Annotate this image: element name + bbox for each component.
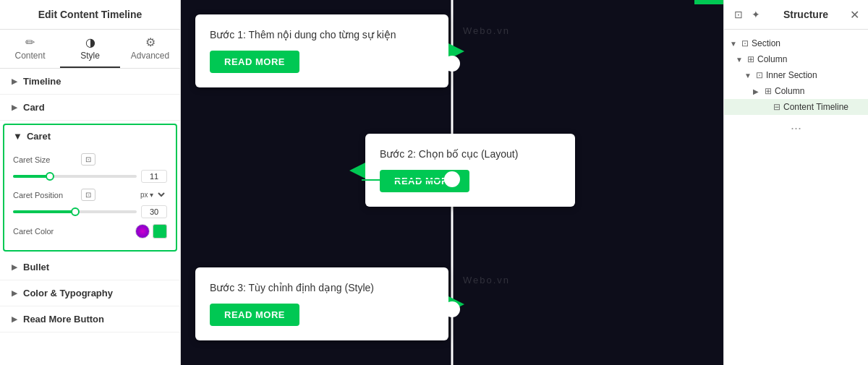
main-canvas: Webo.vn Webo.vn Webo.vn Bước 1: Thêm nội… — [181, 0, 723, 365]
card-3: Bước 3: Tùy chỉnh định dạng (Style) READ… — [195, 267, 448, 340]
caret-arrow: ▼ — [13, 131, 22, 142]
section-tree-arrow: ▼ — [730, 40, 739, 48]
caret-size-input[interactable]: 11 — [141, 170, 167, 183]
caret-position-label: Caret Position — [13, 191, 78, 199]
timeline-node-3 — [444, 301, 460, 317]
card-3-title: Bước 3: Tùy chỉnh định dạng (Style) — [210, 282, 434, 293]
timeline-tree-icon: ⊟ — [773, 102, 780, 112]
timeline-tree-label: Content Timeline — [783, 102, 848, 112]
caret-position-slider-row: 30 — [13, 205, 167, 218]
inner-tree-arrow: ▼ — [744, 72, 753, 80]
panel-content: ▶ Timeline ▶ Card ▼ Caret Caret Size ⊡ — [0, 69, 180, 365]
card-3-read-more-btn[interactable]: READ MORE — [210, 304, 299, 326]
structure-dots: ··· — [724, 115, 868, 142]
caret-position-track[interactable] — [13, 210, 137, 213]
caret-size-label: Caret Size — [13, 155, 78, 164]
card-2-arrow — [349, 163, 365, 179]
card-1-title: Bước 1: Thêm nội dung cho từng sự kiện — [210, 29, 434, 40]
caret-size-track[interactable] — [13, 175, 137, 178]
tree-item-content-timeline[interactable]: ▶ ⊟ Content Timeline — [724, 99, 868, 115]
caret-position-input[interactable]: 30 — [141, 205, 167, 218]
section-tree-label: Section — [752, 38, 780, 48]
watermark-1: Webo.vn — [463, 25, 510, 36]
inner-tree-icon: ⊡ — [756, 70, 763, 80]
tab-content[interactable]: ✏ Content — [0, 30, 60, 68]
content-icon: ✏ — [25, 35, 35, 49]
bullet-label: Bullet — [23, 262, 49, 272]
caret-position-thumb[interactable] — [71, 207, 80, 216]
tab-content-label: Content — [14, 51, 45, 61]
timeline-arrow: ▶ — [12, 77, 17, 85]
panel-tabs: ✏ Content ◑ Style ⚙ Advanced — [0, 30, 180, 69]
caret-size-reset-btn[interactable]: ⊡ — [81, 153, 95, 166]
column2-tree-label: Column — [775, 86, 804, 96]
tree-item-column-1[interactable]: ▼ ⊞ Column — [724, 51, 868, 67]
tab-advanced-label: Advanced — [131, 51, 169, 61]
section-tree-icon: ⊡ — [741, 38, 749, 48]
column2-tree-arrow: ▶ — [753, 87, 762, 95]
bullet-arrow: ▶ — [12, 263, 17, 271]
structure-title: Structure — [767, 9, 844, 20]
section-bullet[interactable]: ▶ Bullet — [0, 254, 180, 280]
card-2: Bước 2: Chọn bố cục (Layout) READ MORE — [365, 134, 575, 207]
caret-size-fill — [13, 175, 50, 178]
tree-item-inner-section[interactable]: ▼ ⊡ Inner Section — [724, 67, 868, 83]
structure-close-btn[interactable]: ✕ — [850, 8, 859, 22]
caret-color-row: Caret Color — [13, 224, 167, 239]
section-color-typography[interactable]: ▶ Color & Typography — [0, 280, 180, 306]
caret-position-row: Caret Position ⊡ px ▾ — [13, 189, 167, 201]
caret-size-slider-row: 11 — [13, 170, 167, 183]
rmb-label: Read More Button — [23, 314, 104, 325]
top-accent — [694, 0, 723, 4]
caret-color-label: Caret Color — [13, 227, 135, 236]
caret-color-swatch[interactable] — [153, 224, 167, 239]
caret-color-globe[interactable] — [135, 224, 150, 239]
color-typography-label: Color & Typography — [23, 288, 113, 299]
advanced-icon: ⚙ — [145, 35, 156, 49]
column1-tree-icon: ⊞ — [747, 54, 754, 64]
right-panel: ⊡ ✦ Structure ✕ ▼ ⊡ Section ▼ ⊞ Column ▼… — [723, 0, 868, 365]
inner-tree-label: Inner Section — [766, 70, 817, 80]
card-2-title: Bước 2: Chọn bố cục (Layout) — [380, 148, 561, 160]
caret-size-thumb[interactable] — [46, 172, 54, 181]
left-panel: Edit Content Timeline ✏ Content ◑ Style … — [0, 0, 181, 365]
column1-tree-label: Column — [757, 54, 787, 64]
section-timeline[interactable]: ▶ Timeline — [0, 69, 180, 95]
tree-item-column-2[interactable]: ▶ ⊞ Column — [724, 83, 868, 99]
tab-advanced[interactable]: ⚙ Advanced — [120, 30, 180, 68]
connector-line-2 — [362, 179, 443, 181]
section-card[interactable]: ▶ Card — [0, 95, 180, 121]
card-label: Card — [23, 102, 45, 113]
card-1: Bước 1: Thêm nội dung cho từng sự kiện R… — [195, 14, 448, 87]
structure-collapse-btn[interactable]: ⊡ — [733, 7, 744, 22]
section-read-more-button[interactable]: ▶ Read More Button — [0, 306, 180, 332]
structure-content: ▼ ⊡ Section ▼ ⊞ Column ▼ ⊡ Inner Section… — [724, 30, 868, 365]
card-1-read-more-btn[interactable]: READ MORE — [210, 51, 299, 73]
tab-style-label: Style — [80, 51, 100, 61]
panel-title: Edit Content Timeline — [0, 0, 180, 30]
structure-header: ⊡ ✦ Structure ✕ — [724, 0, 868, 30]
caret-label: Caret — [27, 131, 51, 142]
caret-header[interactable]: ▼ Caret — [4, 125, 176, 147]
structure-settings-btn[interactable]: ✦ — [750, 7, 762, 22]
tab-style[interactable]: ◑ Style — [60, 30, 120, 68]
caret-position-reset-btn[interactable]: ⊡ — [81, 189, 95, 201]
caret-body: Caret Size ⊡ 11 Caret Position ⊡ — [4, 147, 176, 250]
caret-color-controls — [135, 224, 167, 239]
rmb-arrow: ▶ — [12, 315, 17, 323]
timeline-label: Timeline — [23, 76, 61, 87]
column1-tree-arrow: ▼ — [736, 56, 744, 64]
section-caret: ▼ Caret Caret Size ⊡ 11 Ca — [3, 124, 177, 252]
color-typography-arrow: ▶ — [12, 289, 17, 297]
watermark-3: Webo.vn — [463, 275, 510, 285]
tree-item-section[interactable]: ▼ ⊡ Section — [724, 35, 868, 51]
timeline-node-2 — [444, 171, 460, 187]
caret-size-row: Caret Size ⊡ — [13, 153, 167, 166]
caret-unit-select[interactable]: px ▾ — [136, 190, 167, 199]
timeline-node-1 — [444, 56, 460, 72]
style-icon: ◑ — [85, 35, 95, 49]
card-arrow: ▶ — [12, 103, 17, 111]
column2-tree-icon: ⊞ — [765, 86, 772, 96]
caret-position-fill — [13, 210, 75, 213]
